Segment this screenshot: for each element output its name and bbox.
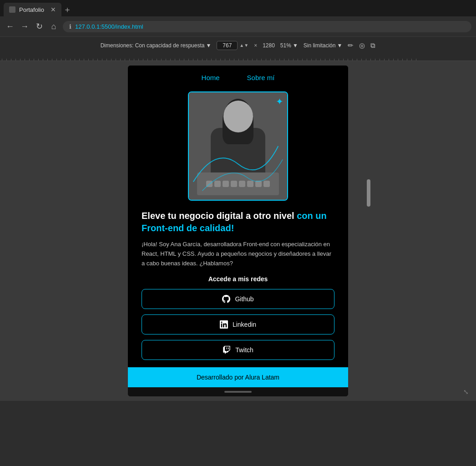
sticker <box>239 181 245 187</box>
github-button[interactable]: Github <box>142 289 334 309</box>
tab-close-button[interactable]: ✕ <box>51 6 56 13</box>
address-bar[interactable]: ℹ 127.0.0.1:5500/index.html <box>63 21 471 32</box>
sticker <box>206 181 213 187</box>
ruler-tick <box>402 59 407 61</box>
ruler-tick <box>261 59 266 61</box>
resize-handle[interactable]: ⤡ <box>463 388 469 395</box>
site-nav: Home Sobre mí <box>128 66 348 87</box>
zoom-dropdown[interactable]: 51% ▼ <box>280 42 298 49</box>
ruler-tick <box>88 59 93 61</box>
dimensions-dropdown[interactable]: Dimensiones: Con capacidad de respuesta … <box>101 42 212 49</box>
ruler-tick <box>175 59 179 61</box>
ruler-tick <box>334 59 339 61</box>
zoom-dropdown-arrow: ▼ <box>293 42 298 49</box>
ruler-tick <box>238 59 243 61</box>
social-buttons: Github Linkedin Twitch <box>128 289 348 367</box>
pen-tool-icon[interactable]: ✏ <box>348 41 354 50</box>
tab-title: Portafolio <box>19 6 44 13</box>
ruler-tick <box>193 59 197 61</box>
ruler-tick <box>38 59 43 61</box>
ruler-tick <box>84 59 88 61</box>
viewport-scrollbar[interactable] <box>367 179 370 207</box>
dimensions-label: Dimensiones: Con capacidad de respuesta <box>101 42 205 49</box>
linkedin-icon <box>220 320 228 329</box>
ruler-tick <box>34 59 38 61</box>
active-tab[interactable]: Portafolio ✕ <box>4 3 61 16</box>
hero-image-container: ✦ <box>128 87 348 201</box>
ruler-tick <box>161 59 166 61</box>
photo-laptop <box>197 172 279 195</box>
ruler-tick <box>147 59 152 61</box>
width-stepper[interactable]: ▲▼ <box>239 43 248 48</box>
nav-home-link[interactable]: Home <box>202 74 220 81</box>
ruler-tick <box>125 59 129 61</box>
ruler-tick <box>361 59 366 61</box>
ruler-tick <box>398 59 402 61</box>
ruler-tick <box>275 59 279 61</box>
ruler-tick <box>284 59 289 61</box>
ruler-tick <box>252 59 257 61</box>
hero-heading-part1: Eleve tu negocio digital a otro nivel <box>142 211 297 221</box>
ruler-tick <box>75 59 79 61</box>
twitch-icon <box>223 346 231 354</box>
ruler-tick <box>157 59 161 61</box>
ruler-tick <box>384 59 389 61</box>
ruler-tick <box>302 59 307 61</box>
ruler-tick <box>366 59 370 61</box>
ruler-tick <box>243 59 248 61</box>
inspect-icon[interactable]: ◎ <box>359 41 365 50</box>
ruler-tick <box>197 59 202 61</box>
nav-about-link[interactable]: Sobre mí <box>247 74 275 81</box>
back-button[interactable]: ← <box>5 22 15 31</box>
sticker <box>231 181 237 187</box>
tab-favicon <box>9 6 15 13</box>
home-indicator-bar <box>224 391 252 393</box>
ruler-tick <box>225 59 229 61</box>
sticker <box>255 181 262 187</box>
ruler-tick <box>380 59 384 61</box>
new-tab-button[interactable]: ＋ <box>63 4 71 15</box>
ruler-tick <box>257 59 261 61</box>
ruler-tick <box>339 59 343 61</box>
url-display: 127.0.0.1:5500/index.html <box>75 23 143 30</box>
site-viewport: Home Sobre mí <box>128 66 348 396</box>
ruler-tick <box>211 59 216 61</box>
footer-text: Desarrollado por Alura Latam <box>197 374 279 381</box>
home-button[interactable]: ⌂ <box>48 22 59 31</box>
tab-bar: Portafolio ✕ ＋ <box>0 0 476 16</box>
ruler-tick <box>389 59 393 61</box>
ruler-tick <box>143 59 147 61</box>
ruler-tick <box>66 59 70 61</box>
ruler-tick <box>370 59 375 61</box>
sticker <box>263 181 270 187</box>
ruler-tick <box>407 59 411 61</box>
twitch-button[interactable]: Twitch <box>142 340 334 360</box>
dimensions-dropdown-arrow: ▼ <box>206 42 211 49</box>
linkedin-button[interactable]: Linkedin <box>142 314 334 334</box>
zoom-label: 51% <box>280 42 291 49</box>
ruler-tick <box>25 59 29 61</box>
ruler-tick <box>343 59 348 61</box>
screenshot-icon[interactable]: ⧉ <box>370 41 375 50</box>
ruler-tick <box>202 59 207 61</box>
profile-photo <box>189 92 287 200</box>
ruler-tick <box>320 59 325 61</box>
ruler-tick <box>170 59 175 61</box>
hero-heading: Eleve tu negocio digital a otro nivel co… <box>142 210 334 234</box>
ruler-tick <box>70 59 75 61</box>
ruler-tick <box>11 59 15 61</box>
width-selector: ▲▼ <box>217 41 248 50</box>
width-input[interactable] <box>217 41 238 50</box>
limit-dropdown[interactable]: Sin limitación ▼ <box>304 42 343 49</box>
sparkle-icon: ✦ <box>276 96 284 107</box>
ruler-tick <box>47 59 52 61</box>
forward-button[interactable]: → <box>19 22 30 31</box>
linkedin-button-label: Linkedin <box>233 321 256 328</box>
github-icon <box>222 295 230 303</box>
ruler-tick <box>15 59 20 61</box>
address-bar-row: ← → ↻ ⌂ ℹ 127.0.0.1:5500/index.html <box>0 16 476 36</box>
reload-button[interactable]: ↻ <box>34 21 45 31</box>
hero-description: ¡Hola! Soy Ana García, desarrolladora Fr… <box>142 240 334 268</box>
ruler-tick <box>6 59 11 61</box>
ruler-tick <box>329 59 334 61</box>
